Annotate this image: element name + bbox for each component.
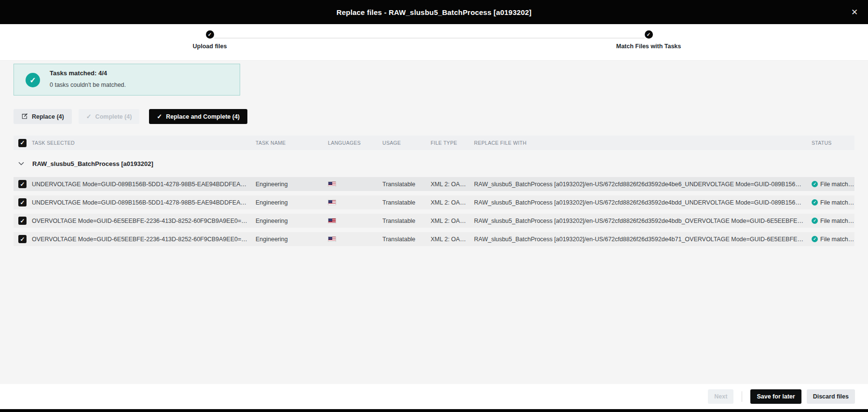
- status-cell: File match…: [812, 199, 854, 206]
- modal-title: Replace files - RAW_slusbu5_BatchProcess…: [337, 8, 532, 16]
- banner-subtitle: 0 tasks couldn't be matched.: [50, 82, 126, 88]
- banner-title: Tasks matched: 4/4: [50, 69, 107, 77]
- success-check-icon: [26, 73, 40, 87]
- action-buttons: Replace (4) ✓ Complete (4) ✓ Replace and…: [14, 109, 854, 124]
- replace-and-complete-button-label: Replace and Complete (4): [166, 113, 240, 120]
- status-cell: File match…: [812, 181, 854, 188]
- row-checkbox[interactable]: [18, 235, 27, 243]
- step-match-files-with-tasks[interactable]: Match Files with Tasks: [586, 30, 711, 50]
- complete-button[interactable]: ✓ Complete (4): [79, 109, 140, 124]
- replace-file-with-cell: RAW_slusbu5_BatchProcess [a0193202]/en-U…: [474, 181, 812, 188]
- replace-file-with-cell: RAW_slusbu5_BatchProcess [a0193202]/en-U…: [474, 199, 812, 206]
- step-label: Match Files with Tasks: [616, 43, 681, 50]
- replace-and-complete-button[interactable]: ✓ Replace and Complete (4): [149, 109, 247, 124]
- status-check-icon: [812, 218, 818, 224]
- table-row: OVERVOLTAGE Mode=GUID-6E5EEBFE-2236-413D…: [14, 232, 854, 246]
- replace-file-with-cell: RAW_slusbu5_BatchProcess [a0193202]/en-U…: [474, 236, 812, 243]
- discard-files-button[interactable]: Discard files: [807, 389, 855, 404]
- batch-group-row[interactable]: RAW_slusbu5_BatchProcess [a0193202]: [14, 150, 854, 177]
- us-flag-icon: [328, 200, 336, 205]
- status-cell: File match…: [812, 218, 854, 224]
- usage-cell: Translatable: [382, 199, 431, 206]
- column-header-task-selected: TASK SELECTED: [32, 140, 256, 146]
- stepper-connector-line: [214, 38, 645, 39]
- status-text: File match…: [820, 236, 854, 243]
- check-icon: ✓: [157, 113, 162, 120]
- next-button[interactable]: Next: [708, 389, 733, 404]
- row-checkbox[interactable]: [18, 180, 27, 188]
- task-name-cell: Engineering: [256, 181, 328, 188]
- status-text: File match…: [820, 199, 854, 206]
- task-name-cell: Engineering: [256, 218, 328, 224]
- wizard-stepper: Upload files Match Files with Tasks: [0, 24, 868, 61]
- file-type-cell: XML 2: OAS…: [431, 236, 474, 243]
- column-header-usage: USAGE: [382, 140, 431, 146]
- replace-button[interactable]: Replace (4): [14, 109, 72, 124]
- complete-button-label: Complete (4): [95, 113, 132, 120]
- table-row: UNDERVOLTAGE Mode=GUID-089B156B-5DD1-427…: [14, 195, 854, 209]
- column-header-replace-file-with: REPLACE FILE WITH: [474, 140, 812, 146]
- modal-footer: Next Save for later Discard files: [0, 384, 868, 409]
- table-row: OVERVOLTAGE Mode=GUID-6E5EEBFE-2236-413D…: [14, 214, 854, 228]
- save-for-later-button[interactable]: Save for later: [750, 389, 801, 404]
- check-icon: ✓: [86, 113, 92, 120]
- task-selected-cell: UNDERVOLTAGE Mode=GUID-089B156B-5DD1-427…: [32, 181, 256, 188]
- status-check-icon: [812, 199, 818, 206]
- modal-content: Tasks matched: 4/4 0 tasks couldn't be m…: [0, 61, 868, 384]
- table-row: UNDERVOLTAGE Mode=GUID-089B156B-5DD1-427…: [14, 177, 854, 191]
- step-complete-check-icon: [645, 30, 653, 39]
- status-check-icon: [812, 236, 818, 242]
- column-header-file-type: FILE TYPE: [431, 140, 474, 146]
- column-header-status: STATUS: [812, 140, 854, 146]
- task-selected-cell: OVERVOLTAGE Mode=GUID-6E5EEBFE-2236-413D…: [32, 236, 256, 243]
- us-flag-icon: [328, 236, 336, 242]
- column-header-task-name: TASK NAME: [256, 140, 328, 146]
- modal-header: Replace files - RAW_slusbu5_BatchProcess…: [0, 0, 868, 24]
- status-check-icon: [812, 181, 818, 187]
- column-header-languages: LANGUAGES: [328, 140, 382, 146]
- status-text: File match…: [820, 218, 854, 224]
- replace-file-with-cell: RAW_slusbu5_BatchProcess [a0193202]/en-U…: [474, 218, 812, 224]
- task-selected-cell: UNDERVOLTAGE Mode=GUID-089B156B-5DD1-427…: [32, 199, 256, 206]
- file-type-cell: XML 2: OAS…: [431, 218, 474, 224]
- step-label: Upload files: [193, 43, 227, 50]
- row-checkbox[interactable]: [18, 198, 27, 206]
- file-type-cell: XML 2: OAS…: [431, 199, 474, 206]
- status-text: File match…: [820, 181, 854, 188]
- step-upload-files[interactable]: Upload files: [147, 30, 272, 50]
- edit-icon: [21, 113, 28, 121]
- step-complete-check-icon: [206, 30, 214, 39]
- tasks-table: TASK SELECTED TASK NAME LANGUAGES USAGE …: [14, 136, 854, 246]
- background-app-edge: [0, 409, 868, 412]
- table-header-row: TASK SELECTED TASK NAME LANGUAGES USAGE …: [14, 136, 854, 150]
- status-cell: File match…: [812, 236, 854, 243]
- select-all-checkbox[interactable]: [18, 139, 27, 147]
- file-type-cell: XML 2: OAS…: [431, 181, 474, 188]
- replace-button-label: Replace (4): [32, 113, 64, 120]
- task-name-cell: Engineering: [256, 236, 328, 243]
- task-selected-cell: OVERVOLTAGE Mode=GUID-6E5EEBFE-2236-413D…: [32, 218, 256, 224]
- close-icon[interactable]: ✕: [847, 0, 862, 24]
- usage-cell: Translatable: [382, 218, 431, 224]
- usage-cell: Translatable: [382, 236, 431, 243]
- footer-divider: [742, 391, 742, 402]
- batch-group-label: RAW_slusbu5_BatchProcess [a0193202]: [32, 160, 153, 167]
- task-name-cell: Engineering: [256, 199, 328, 206]
- tasks-matched-banner: Tasks matched: 4/4 0 tasks couldn't be m…: [14, 64, 240, 96]
- row-checkbox[interactable]: [18, 217, 27, 225]
- chevron-down-icon[interactable]: [18, 162, 27, 165]
- usage-cell: Translatable: [382, 181, 431, 188]
- us-flag-icon: [328, 218, 336, 223]
- us-flag-icon: [328, 181, 336, 187]
- replace-files-modal: Replace files - RAW_slusbu5_BatchProcess…: [0, 0, 868, 412]
